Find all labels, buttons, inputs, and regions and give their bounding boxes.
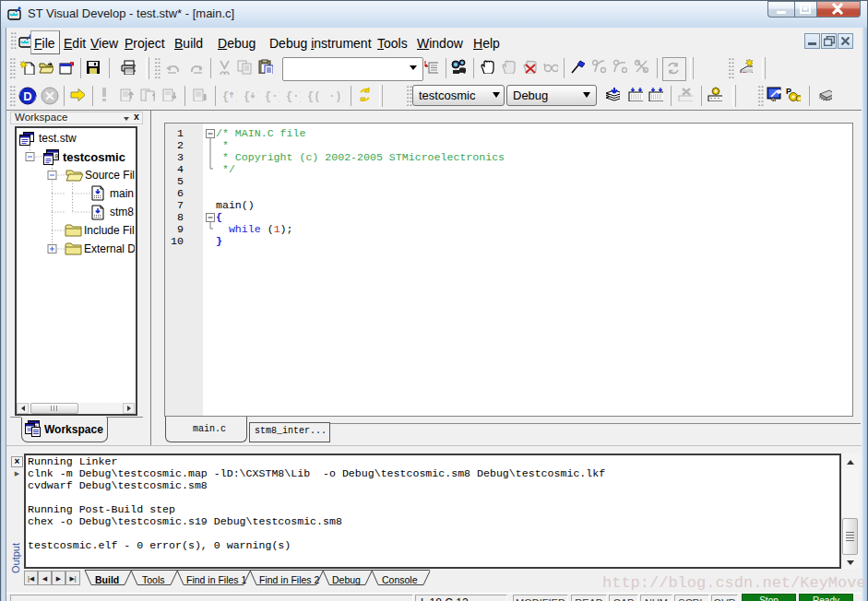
svg-text:{·}: {·} (286, 90, 301, 102)
svg-text:{(·: {(· (307, 90, 322, 102)
svg-text:·)}: ·)} (328, 90, 343, 102)
svg-text:D: D (23, 89, 31, 103)
svg-text:{ }: { } (222, 90, 237, 102)
svg-text:{·}: {·} (265, 90, 279, 102)
